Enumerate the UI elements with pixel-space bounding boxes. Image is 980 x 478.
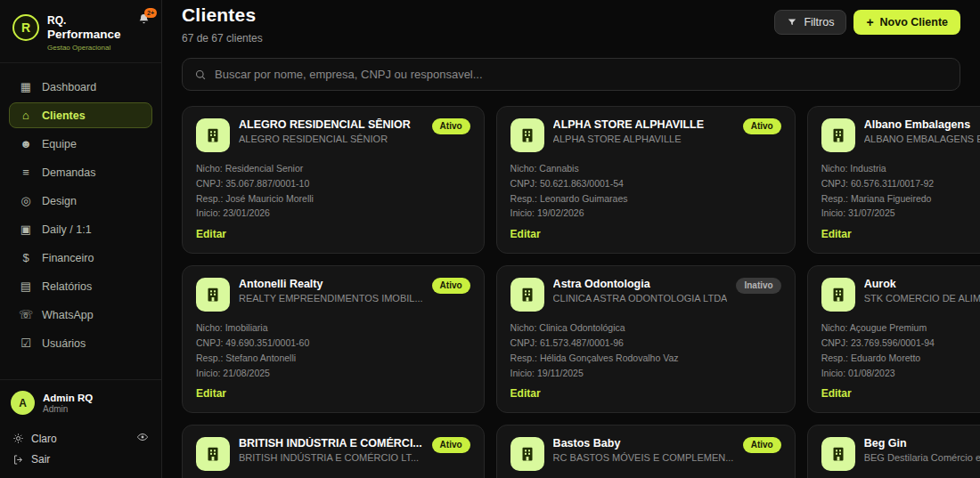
building-icon <box>510 278 544 312</box>
client-company: REALTY EMPREENDIMENTOS IMOBIL... <box>239 293 423 304</box>
client-company: STK COMERCIO DE ALIMENTOS LTDA <box>864 293 980 304</box>
client-card: Bastos Baby RC BASTOS MÓVEIS E COMPLEMEN… <box>496 425 796 478</box>
client-cnpj: CNPJ: 60.576.311/0017-92 <box>821 176 980 191</box>
sidebar-item-label: Relatórios <box>42 280 92 293</box>
client-name: ALEGRO RESIDENCIAL SÊNIOR <box>239 118 423 131</box>
sidebar-footer: A Admin RQ Admin Claro Sair <box>0 379 161 478</box>
brand-name: RQ. <box>47 14 121 28</box>
building-icon <box>821 278 855 312</box>
client-name: Albano Embalagens <box>864 118 980 131</box>
client-card: ALPHA STORE ALPHAVILLE ALPHA STORE ALPHA… <box>496 106 796 254</box>
client-company: ALPHA STORE ALPHAVILLE <box>553 134 734 144</box>
edit-link[interactable]: Editar <box>821 228 852 240</box>
client-inicio: Inicio: 21/08/2025 <box>196 366 470 381</box>
sidebar-item[interactable]: ▤ Relatórios <box>9 273 152 299</box>
sidebar-item[interactable]: $ Financeiro <box>9 245 152 271</box>
finance-icon: $ <box>19 251 33 264</box>
theme-label: Claro <box>31 433 57 445</box>
client-company: ALEGRO RESIDENCIAL SÊNIOR <box>239 134 423 144</box>
page-header: Clientes 67 de 67 clientes Filtros + Nov… <box>182 4 960 45</box>
client-cnpj: CNPJ: 61.573.487/0001-96 <box>510 336 781 351</box>
reports-icon: ▤ <box>19 280 33 293</box>
client-nicho: Nicho: Industria <box>821 161 980 176</box>
sidebar-nav: ▦ Dashboard ⌂ Clientes ☻ Equipe ≡ Demand… <box>0 63 161 367</box>
new-client-button[interactable]: + Novo Cliente <box>853 10 960 35</box>
search-input[interactable] <box>215 68 948 81</box>
status-badge: Ativo <box>432 118 470 134</box>
sidebar-item-label: Usuários <box>42 337 86 350</box>
client-nicho: Nicho: Clinica Odontológica <box>510 320 781 336</box>
theme-toggle[interactable]: Claro <box>11 427 151 450</box>
sidebar-item-label: Financeiro <box>42 252 94 264</box>
client-card: Astra Odontologia CLINICA ASTRA ODONTOLO… <box>496 265 796 413</box>
sidebar-item[interactable]: ⌂ Clientes <box>9 102 152 128</box>
sidebar-item-label: Equipe <box>42 138 77 150</box>
client-card: BRITISH INDÚSTRIA E COMÉRCI... BRITISH I… <box>182 425 485 478</box>
edit-link[interactable]: Editar <box>510 387 541 400</box>
logout-icon <box>12 454 24 466</box>
sun-icon <box>12 433 24 444</box>
filters-button[interactable]: Filtros <box>774 10 846 35</box>
client-inicio: Inicio: 01/08/2023 <box>821 366 980 381</box>
notifications-bell-icon[interactable]: 2+ <box>137 12 151 29</box>
sidebar: R RQ. Performance Gestao Operacional 2+ … <box>0 0 162 478</box>
client-nicho: Nicho: Açougue Premium <box>821 320 980 336</box>
client-name: Beg Gin <box>864 437 980 450</box>
client-company: RC BASTOS MÓVEIS E COMPLEMEN... <box>553 452 734 463</box>
client-card: Beg Gin BEG Destilaria Comércio e Distri… <box>807 425 980 478</box>
client-name: Astra Odontologia <box>553 278 728 290</box>
client-name: ALPHA STORE ALPHAVILLE <box>553 118 734 131</box>
client-inicio: Inicio: 19/11/2025 <box>510 366 781 381</box>
client-company: ALBANO EMBALAGENS ESPECIAIS IN... <box>864 134 980 144</box>
clients-icon: ⌂ <box>19 109 33 122</box>
client-name: Antonelli Realty <box>239 278 423 290</box>
client-resp: Resp.: Stefano Antonelli <box>196 351 470 366</box>
visibility-eye-icon[interactable] <box>136 431 149 446</box>
building-icon <box>821 118 855 152</box>
sidebar-item[interactable]: ≡ Demandas <box>9 159 152 185</box>
logout-label: Sair <box>31 453 50 466</box>
filter-icon <box>787 17 797 28</box>
client-nicho: Nicho: Imobiliaria <box>196 320 470 336</box>
client-nicho: Nicho: Cannabis <box>510 161 781 176</box>
client-company: BRITISH INDÚSTRIA E COMÉRCIO LT... <box>239 452 423 463</box>
user-role: Admin <box>43 404 93 414</box>
status-badge: Ativo <box>743 437 781 453</box>
design-icon: ◎ <box>19 194 33 207</box>
status-badge: Ativo <box>743 118 781 134</box>
sidebar-item[interactable]: ▣ Daily / 1:1 <box>9 216 152 242</box>
notification-badge: 2+ <box>144 8 157 18</box>
brand-logo-icon: R <box>12 14 39 41</box>
edit-link[interactable]: Editar <box>821 387 852 400</box>
client-cnpj: CNPJ: 35.067.887/0001-10 <box>196 176 470 191</box>
building-icon <box>196 118 230 152</box>
building-icon <box>196 278 230 312</box>
client-cnpj: CNPJ: 23.769.596/0001-94 <box>821 336 980 351</box>
client-cnpj: CNPJ: 49.690.351/0001-60 <box>196 336 470 351</box>
brand-tagline: Gestao Operacional <box>47 44 121 52</box>
sidebar-item[interactable]: ☑ Usuários <box>9 330 152 356</box>
client-name: Aurok <box>864 278 980 290</box>
page-title: Clientes <box>182 4 263 26</box>
client-name: BRITISH INDÚSTRIA E COMÉRCI... <box>239 437 423 450</box>
client-inicio: Inicio: 23/01/2026 <box>196 206 470 221</box>
search-icon <box>194 69 207 81</box>
logout-button[interactable]: Sair <box>11 450 151 469</box>
client-resp: Resp.: Mariana Figueiredo <box>821 191 980 207</box>
page-subtitle: 67 de 67 clientes <box>182 32 263 45</box>
team-icon: ☻ <box>19 137 33 150</box>
edit-link[interactable]: Editar <box>196 228 226 240</box>
client-inicio: Inicio: 19/02/2026 <box>510 206 781 221</box>
sidebar-item[interactable]: ◎ Design <box>9 188 152 214</box>
edit-link[interactable]: Editar <box>196 387 226 400</box>
main-content: Clientes 67 de 67 clientes Filtros + Nov… <box>162 0 980 478</box>
user-profile[interactable]: A Admin RQ Admin <box>11 391 151 415</box>
client-resp: Resp.: José Mauricio Morelli <box>196 191 470 207</box>
sidebar-item[interactable]: ☻ Equipe <box>9 131 152 157</box>
edit-link[interactable]: Editar <box>510 228 541 240</box>
status-badge: Inativo <box>736 278 780 294</box>
sidebar-item[interactable]: ☏ WhatsApp <box>9 302 152 328</box>
sidebar-item[interactable]: ▦ Dashboard <box>9 74 152 100</box>
status-badge: Ativo <box>432 278 470 294</box>
client-resp: Resp.: Eduardo Moretto <box>821 351 980 366</box>
